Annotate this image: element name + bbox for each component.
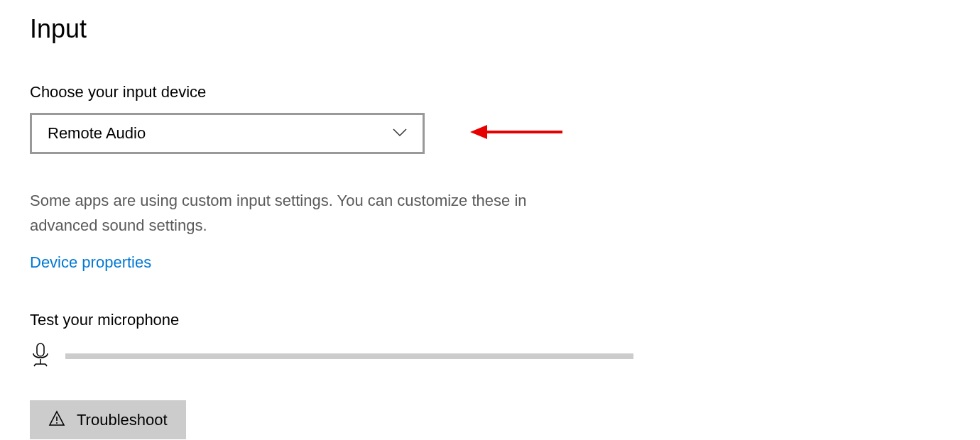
svg-line-6	[45, 364, 47, 366]
warning-icon	[48, 410, 65, 429]
svg-rect-2	[37, 343, 44, 356]
input-device-dropdown[interactable]: Remote Audio	[30, 113, 425, 154]
troubleshoot-button-label: Troubleshoot	[77, 411, 168, 429]
choose-input-device-label: Choose your input device	[30, 83, 950, 101]
chevron-down-icon	[393, 127, 407, 140]
svg-point-8	[56, 422, 58, 424]
input-settings-description: Some apps are using custom input setting…	[30, 188, 591, 238]
section-heading: Input	[30, 14, 950, 44]
microphone-test-row	[30, 342, 950, 370]
test-microphone-label: Test your microphone	[30, 311, 950, 329]
svg-marker-1	[470, 125, 487, 139]
device-properties-link[interactable]: Device properties	[30, 253, 151, 272]
arrow-annotation-icon	[470, 122, 562, 145]
microphone-level-bar	[65, 353, 633, 359]
microphone-icon	[30, 342, 51, 370]
svg-line-5	[34, 364, 36, 366]
troubleshoot-button[interactable]: Troubleshoot	[30, 400, 186, 439]
dropdown-selected-value: Remote Audio	[48, 124, 146, 143]
